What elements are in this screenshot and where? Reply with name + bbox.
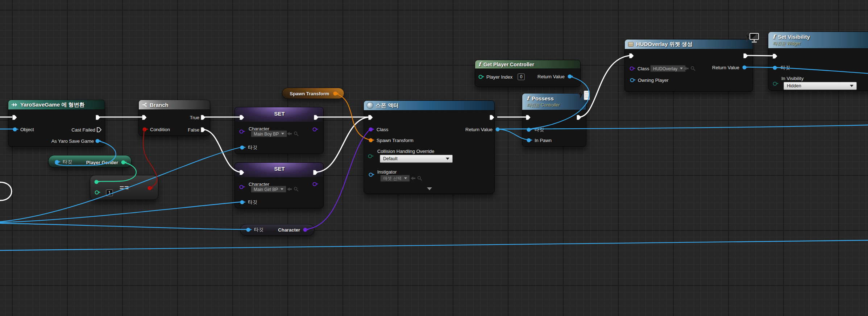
exec-out-pin[interactable]: [743, 53, 749, 59]
class-pin[interactable]: [369, 128, 373, 132]
search-asset-icon[interactable]: [294, 131, 299, 136]
exec-wire-possess-createwidget: [579, 55, 631, 117]
result-pin[interactable]: [148, 186, 152, 190]
node-title: SET: [274, 111, 285, 117]
false-exec-pin[interactable]: [201, 127, 206, 133]
true-exec-pin[interactable]: [201, 115, 206, 120]
spawn-actor-header[interactable]: 스폰 액터: [364, 101, 494, 111]
search-asset-icon[interactable]: [294, 187, 299, 192]
player-index-value[interactable]: 0: [518, 74, 525, 80]
create-hudoverlay-widget-node[interactable]: HUDOverlay 위젯 생성 Class HUDOverlay Owning…: [624, 39, 753, 92]
in-pawn-pin[interactable]: [527, 138, 531, 142]
visibility-select[interactable]: Hidden: [784, 82, 857, 90]
return-value-pin[interactable]: [743, 66, 747, 70]
cast-to-yarosavegame-node[interactable]: YaroSaveGame 에 형변환 Object Cast Failed As…: [8, 100, 105, 147]
search-asset-icon[interactable]: [690, 66, 695, 71]
character-in-pin[interactable]: [240, 130, 244, 134]
object-pin[interactable]: [13, 128, 17, 132]
cast-failed-exec-pin[interactable]: [97, 127, 102, 133]
spawn-actor-node[interactable]: 스폰 액터 Class Spawn Transform Collision Ha…: [364, 100, 495, 194]
get-player-controller-header[interactable]: f Get Player Controller: [475, 60, 580, 69]
instigator-pin[interactable]: [369, 173, 373, 177]
browse-back-icon[interactable]: [684, 66, 689, 71]
target-pin[interactable]: [773, 66, 777, 70]
collision-select[interactable]: Default: [380, 155, 453, 163]
character-value-dropdown[interactable]: Main Boy BP: [251, 130, 287, 137]
target-pin[interactable]: [55, 160, 59, 164]
exec-out-pin[interactable]: [313, 170, 319, 175]
browse-back-icon[interactable]: [410, 176, 416, 180]
browse-back-icon[interactable]: [287, 187, 292, 191]
as-yaro-save-game-pin[interactable]: [96, 139, 100, 143]
blueprint-graph-canvas[interactable]: YaroSaveGame 에 형변환 Object Cast Failed As…: [0, 0, 868, 316]
exec-in-pin[interactable]: [773, 54, 778, 59]
character-out-pin[interactable]: [313, 182, 317, 186]
target-pin[interactable]: [240, 146, 244, 150]
function-icon: f: [478, 61, 481, 68]
exec-out-pin[interactable]: [314, 115, 319, 120]
false-label: False: [188, 127, 199, 133]
spawn-transform-get-node[interactable]: Spawn Transform: [282, 88, 344, 99]
node-subtitle: 타깃은 Controller: [527, 102, 560, 108]
target-pin[interactable]: [240, 200, 244, 204]
exec-in-pin[interactable]: [526, 115, 531, 120]
set-visibility-node[interactable]: f Set Visibility 타깃은 Widget 타깃 In Visibi…: [768, 32, 868, 91]
instigator-dropdown[interactable]: 애셋 선택: [380, 175, 410, 182]
character-in-pin[interactable]: [240, 185, 244, 189]
owning-player-pin[interactable]: [630, 78, 634, 82]
get-player-controller-node[interactable]: f Get Player Controller Player Index 0 R…: [475, 60, 581, 87]
cast-node-header[interactable]: YaroSaveGame 에 형변환: [8, 100, 105, 110]
target-pin[interactable]: [527, 128, 531, 132]
exec-wire-left-loop: [0, 182, 12, 200]
exec-in-pin[interactable]: [142, 115, 148, 120]
possess-node[interactable]: f Possess 타깃은 Controller 타깃 In Pawn: [522, 93, 586, 147]
node-title: SET: [274, 166, 285, 172]
set-visibility-header[interactable]: f Set Visibility 타깃은 Widget: [768, 32, 868, 49]
character-value-dropdown[interactable]: Main Girl BP: [251, 186, 286, 193]
transform-out-pin[interactable]: [333, 92, 337, 96]
node-expand-arrow-icon[interactable]: [427, 187, 432, 190]
exec-in-pin[interactable]: [629, 53, 635, 59]
gender-out-pin[interactable]: [121, 161, 125, 165]
exec-out-pin[interactable]: [577, 115, 582, 120]
exec-out-pin[interactable]: [490, 115, 495, 120]
exec-in-pin[interactable]: [12, 115, 18, 120]
equality-node[interactable]: 1 ==: [90, 175, 158, 200]
character-get-node[interactable]: 타깃 Character: [240, 224, 315, 236]
operand-b-value[interactable]: 1: [106, 190, 113, 196]
character-out-pin[interactable]: [313, 128, 317, 132]
in-visibility-pin[interactable]: [773, 82, 777, 86]
create-widget-header[interactable]: HUDOverlay 위젯 생성: [625, 40, 753, 49]
spawn-transform-pin[interactable]: [369, 138, 373, 142]
browse-back-icon[interactable]: [287, 132, 292, 136]
exec-out-pin[interactable]: [96, 115, 101, 120]
branch-node-header[interactable]: Branch: [139, 100, 210, 110]
wire-left-setgirl-target: [0, 202, 242, 223]
branch-node[interactable]: Branch Condition True False: [138, 100, 210, 136]
class-dropdown[interactable]: HUDOverlay: [650, 65, 686, 72]
node-title: Branch: [150, 102, 169, 108]
exec-in-pin[interactable]: [240, 170, 245, 175]
exec-in-pin[interactable]: [240, 115, 245, 120]
set-character-girl-node[interactable]: SET Character Main Girl BP 타깃: [234, 162, 324, 208]
player-gender-get-node[interactable]: 타깃 Player Gender: [48, 155, 132, 168]
condition-pin[interactable]: [143, 128, 147, 132]
collision-pin[interactable]: [368, 154, 372, 158]
player-index-pin[interactable]: [479, 75, 483, 79]
return-value-pin[interactable]: [496, 128, 500, 132]
class-pin[interactable]: [630, 67, 634, 71]
node-subtitle: 타깃은 Widget: [773, 41, 801, 47]
exec-in-pin[interactable]: [368, 115, 374, 120]
target-label: 타깃: [248, 144, 257, 151]
possess-header[interactable]: f Possess 타깃은 Controller: [522, 93, 586, 110]
function-icon: f: [527, 95, 529, 102]
search-asset-icon[interactable]: [417, 176, 422, 181]
node-title: YaroSaveGame 에 형변환: [20, 101, 85, 108]
return-value-pin[interactable]: [568, 75, 572, 79]
character-out-pin[interactable]: [303, 228, 307, 232]
target-pin[interactable]: [246, 228, 250, 232]
operand-a-pin[interactable]: [95, 180, 99, 184]
operand-b-pin[interactable]: [95, 191, 99, 195]
in-pawn-label: In Pawn: [535, 138, 552, 143]
set-character-boy-node[interactable]: SET Character Main Boy BP 타깃: [234, 107, 324, 154]
